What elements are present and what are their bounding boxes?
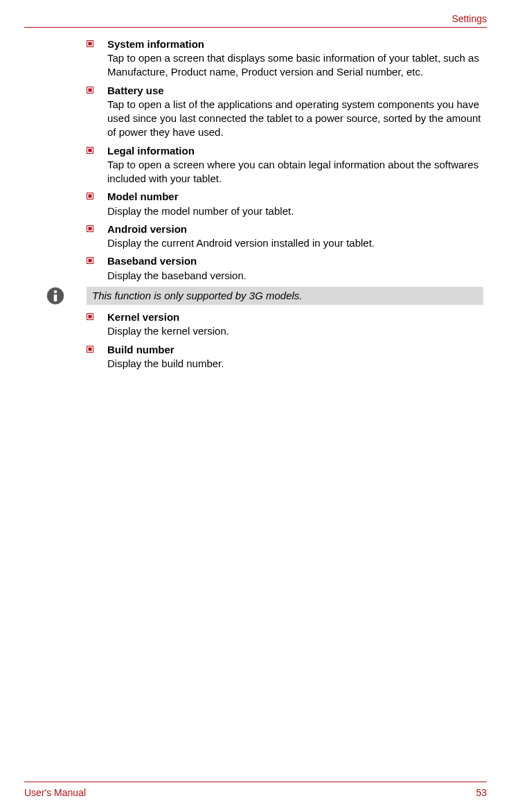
list-item: Legal information Tap to open a screen w…: [87, 144, 483, 186]
list-item: Kernel version Display the kernel versio…: [87, 310, 483, 339]
content-area: System information Tap to open a screen …: [24, 37, 487, 782]
square-bullet-icon: [87, 346, 93, 353]
svg-rect-15: [54, 294, 57, 301]
square-bullet-icon: [87, 313, 93, 320]
square-bullet-icon: [87, 87, 93, 94]
square-bullet-icon: [87, 147, 93, 154]
list-item: Battery use Tap to open a list of the ap…: [87, 84, 483, 140]
item-desc: Display the kernel version.: [107, 324, 483, 338]
item-title: Build number: [107, 343, 483, 357]
item-title: System information: [107, 37, 483, 51]
item-title: Legal information: [107, 144, 483, 158]
footer-left: User's Manual: [24, 786, 86, 800]
svg-rect-19: [89, 347, 92, 351]
svg-rect-17: [89, 315, 92, 319]
svg-rect-1: [89, 42, 92, 45]
item-desc: Tap to open a screen that displays some …: [107, 51, 483, 80]
item-desc: Display the current Android version inst…: [107, 236, 483, 250]
item-desc: Tap to open a list of the applications a…: [107, 98, 483, 140]
list-item: Baseband version Display the baseband ve…: [87, 254, 483, 283]
item-title: Battery use: [107, 84, 483, 98]
list-item: Android version Display the current Andr…: [87, 222, 483, 251]
svg-rect-9: [89, 227, 92, 230]
footer-page-number: 53: [476, 786, 487, 800]
svg-point-14: [54, 290, 57, 294]
info-icon: [46, 287, 64, 305]
note-text: This function is only supported by 3G mo…: [87, 287, 483, 305]
square-bullet-icon: [87, 40, 93, 47]
item-title: Android version: [107, 222, 483, 236]
note-callout: This function is only supported by 3G mo…: [46, 287, 483, 305]
svg-rect-5: [89, 148, 92, 152]
svg-rect-3: [89, 88, 92, 91]
list-item: System information Tap to open a screen …: [87, 37, 483, 80]
item-title: Model number: [107, 190, 483, 204]
header-rule: [24, 27, 487, 28]
page-header: Settings: [24, 12, 487, 27]
square-bullet-icon: [87, 225, 93, 232]
item-desc: Display the model number of your tablet.: [107, 204, 483, 218]
section-title: Settings: [451, 12, 487, 26]
item-desc: Display the build number.: [107, 357, 483, 371]
item-desc: Display the baseband version.: [107, 269, 483, 283]
svg-rect-11: [89, 259, 92, 263]
item-title: Baseband version: [107, 254, 483, 268]
item-desc: Tap to open a screen where you can obtai…: [107, 158, 483, 186]
item-title: Kernel version: [107, 310, 483, 324]
square-bullet-icon: [87, 193, 93, 200]
square-bullet-icon: [87, 257, 93, 264]
svg-rect-7: [89, 195, 92, 198]
list-item: Build number Display the build number.: [87, 343, 483, 371]
page-footer: User's Manual 53: [24, 782, 487, 812]
list-item: Model number Display the model number of…: [87, 190, 483, 218]
